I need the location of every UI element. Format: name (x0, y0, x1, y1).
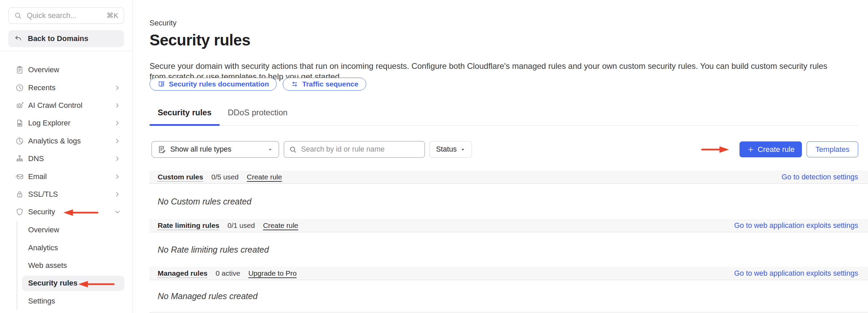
detection-settings-link[interactable]: Go to detection settings (782, 173, 858, 181)
swap-arrows-icon (291, 80, 299, 88)
section-usage: 0/5 used (211, 173, 239, 181)
sidebar-subitem-settings[interactable]: Settings (17, 292, 133, 310)
plus-icon (747, 146, 754, 153)
create-rule-link[interactable]: Create rule (263, 221, 298, 230)
sidebar-item-email[interactable]: Email (0, 168, 133, 185)
sidebar-item-label: Overview (28, 65, 121, 74)
templates-button-label: Templates (815, 145, 849, 154)
section-name: Rate limiting rules (158, 221, 219, 230)
chevron-right-icon (114, 191, 121, 198)
section-name: Custom rules (158, 173, 203, 181)
section-usage: 0 active (216, 269, 240, 277)
sidebar-item-label: Email (28, 172, 110, 181)
search-icon (289, 145, 297, 154)
sidebar-item-label: AI Crawl Control (28, 101, 110, 110)
rules-toolbar: Show all rule types Status Create rule T… (150, 141, 868, 158)
network-tree-icon (15, 154, 24, 163)
section-header-rate-limiting: Rate limiting rules 0/1 used Create rule… (150, 219, 868, 232)
sidebar-subitem-label: Settings (28, 297, 55, 306)
sidebar-item-ssl-tls[interactable]: SSL/TLS (0, 185, 133, 203)
create-rule-button-label: Create rule (758, 145, 795, 154)
breadcrumb: Security (150, 19, 176, 27)
section-header-managed-rules: Managed rules 0 active Upgrade to Pro Go… (150, 267, 868, 280)
empty-state-text: No Custom rules created (158, 197, 252, 207)
section-name: Managed rules (158, 269, 208, 277)
section-empty-custom-rules: No Custom rules created (150, 184, 868, 219)
rule-search[interactable] (284, 141, 425, 158)
padlock-icon (15, 190, 24, 199)
shield-icon (15, 208, 24, 216)
sidebar-item-analytics-logs[interactable]: Analytics & logs (0, 132, 133, 150)
sidebar-item-label: SSL/TLS (28, 190, 110, 199)
sidebar-item-recents[interactable]: Recents (0, 79, 133, 96)
envelope-icon (15, 172, 24, 181)
sidebar-item-ai-crawl-control[interactable]: AI Crawl Control (0, 97, 133, 114)
sidebar-subitem-analytics[interactable]: Analytics (17, 239, 133, 256)
main-content: Security Security rules Secure your doma… (150, 0, 868, 313)
tab-ddos-protection[interactable]: DDoS protection (220, 104, 296, 125)
sidebar-item-label: DNS (28, 154, 110, 163)
chevron-right-icon (114, 102, 121, 109)
tab-label: Security rules (158, 108, 212, 117)
sidebar: ⌘K Back to Domains Overview Recents AI C… (0, 0, 133, 313)
page-title: Security rules (150, 31, 250, 49)
back-to-domains-label: Back to Domains (28, 34, 88, 43)
book-icon (157, 80, 165, 88)
security-subnav: Overview Analytics Web assets Security r… (17, 221, 133, 310)
sidebar-item-log-explorer[interactable]: Log Explorer (0, 114, 133, 132)
upgrade-to-pro-link[interactable]: Upgrade to Pro (248, 269, 296, 277)
sidebar-subitem-label: Security rules (28, 279, 78, 288)
templates-button[interactable]: Templates (807, 141, 858, 157)
documentation-button-label: Security rules documentation (169, 80, 269, 88)
status-filter-button[interactable]: Status (430, 141, 472, 158)
web-exploits-settings-link[interactable]: Go to web application exploits settings (734, 269, 858, 278)
sidebar-item-dns[interactable]: DNS (0, 150, 133, 168)
log-document-icon (15, 119, 24, 128)
tab-bar: Security rules DDoS protection (150, 104, 858, 126)
documentation-button[interactable]: Security rules documentation (150, 78, 277, 91)
keyboard-shortcut: ⌘K (106, 12, 118, 20)
rule-type-filter-dropdown[interactable]: Show all rule types (152, 141, 279, 158)
sidebar-subitem-label: Analytics (28, 243, 58, 252)
chevron-down-icon (114, 209, 121, 215)
robot-icon (15, 101, 24, 110)
rule-type-icon (157, 145, 166, 154)
chevron-right-icon (114, 84, 121, 91)
empty-state-text: No Managed rules created (158, 291, 258, 301)
header-action-row: Security rules documentation Traffic seq… (150, 78, 366, 91)
clipboard-icon (15, 65, 24, 74)
create-rule-link[interactable]: Create rule (247, 173, 282, 181)
chevron-right-icon (114, 120, 121, 126)
sidebar-item-label: Recents (28, 83, 110, 92)
back-to-domains-button[interactable]: Back to Domains (8, 30, 124, 47)
caret-down-icon (267, 146, 273, 153)
traffic-sequence-button[interactable]: Traffic sequence (283, 78, 366, 91)
quick-search[interactable]: ⌘K (8, 7, 124, 24)
section-empty-managed-rules: No Managed rules created (150, 280, 868, 312)
status-filter-label: Status (436, 145, 457, 154)
quick-search-input[interactable] (26, 11, 102, 20)
sidebar-item-security[interactable]: Security (0, 203, 133, 221)
sidebar-subitem-security-rules[interactable]: Security rules (17, 274, 133, 292)
sidebar-nav: Overview Recents AI Crawl Control Log Ex… (0, 61, 133, 221)
chevron-right-icon (114, 173, 121, 180)
tab-security-rules[interactable]: Security rules (150, 104, 220, 125)
chevron-right-icon (114, 138, 121, 144)
empty-state-text: No Rate limiting rules created (158, 245, 269, 255)
search-icon (14, 12, 22, 20)
sidebar-subitem-label: Web assets (28, 261, 67, 270)
sidebar-item-label: Security (28, 208, 110, 216)
caret-down-icon (460, 147, 466, 152)
clock-icon (15, 83, 24, 92)
sidebar-divider (0, 51, 133, 51)
sidebar-subitem-web-assets[interactable]: Web assets (17, 257, 133, 274)
return-arrow-icon (14, 35, 22, 43)
sidebar-item-overview[interactable]: Overview (0, 61, 133, 79)
pie-chart-icon (15, 137, 24, 145)
annotation-arrow-create-rule (700, 145, 730, 154)
web-exploits-settings-link[interactable]: Go to web application exploits settings (734, 221, 858, 230)
rule-type-filter-value: Show all rule types (170, 145, 231, 154)
sidebar-subitem-overview[interactable]: Overview (17, 221, 133, 239)
create-rule-button[interactable]: Create rule (739, 141, 802, 157)
rule-search-input[interactable] (300, 145, 420, 154)
